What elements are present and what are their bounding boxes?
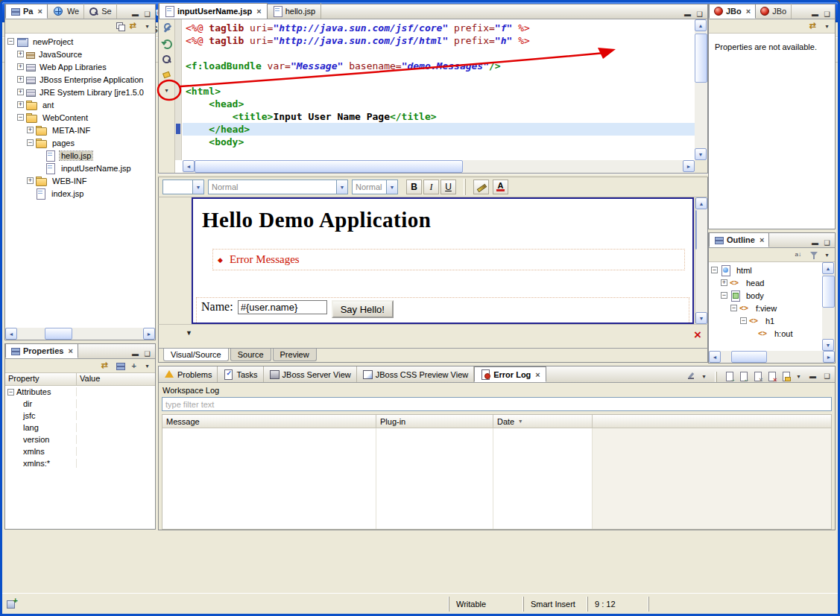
column-header-plug-in[interactable]: Plug-in [376,415,493,428]
chevron-down-icon[interactable]: ▼ [192,180,203,194]
maximize-view-icon[interactable]: ❑ [822,238,832,247]
pin-button[interactable] [685,371,697,382]
scroll-left-button[interactable]: ◄ [183,160,195,172]
say-hello-button[interactable]: Say Hello! [332,300,394,318]
scroll-up-button[interactable]: ▲ [822,262,834,274]
code-line-8[interactable]: <title>Input User Name Page</title> [186,110,692,123]
error-messages-block[interactable]: ◆ Error Messages [212,249,685,270]
tree-expander-icon[interactable]: − [721,292,727,299]
code-area[interactable]: <%@ taglib uri="http://java.sun.com/jsf/… [183,19,695,160]
minimize-view-icon[interactable]: ▬ [808,372,818,381]
tree-expander-icon[interactable]: + [17,89,24,95]
editor-tab-inputusername-jsp[interactable]: inputUserName.jsp× [159,3,268,19]
scroll-down-button[interactable]: ▼ [695,312,707,324]
tree-item-pages[interactable]: −pages [5,136,155,149]
visual-vscrollbar[interactable]: ▲ ▼ [695,197,707,324]
outline-vscrollbar[interactable]: ▲ ▼ [822,262,835,351]
outline-item-html[interactable]: −html [709,264,822,276]
scroll-up-button[interactable]: ▲ [695,197,707,209]
code-line-5[interactable] [186,72,692,85]
view-tab-visual-source[interactable]: Visual/Source [163,349,229,361]
tree-expander-icon[interactable]: − [711,267,718,273]
tree-item-web-inf[interactable]: +WEB-INF [5,174,155,187]
maximize-view-icon[interactable]: ❑ [822,372,832,381]
menu-dropdown-icon[interactable]: ▾ [142,361,152,371]
tree-expander-icon[interactable]: − [730,305,737,311]
show-advanced-button[interactable] [128,361,140,372]
property-row-attributes[interactable]: −Attributes [5,386,155,398]
tab-tasks[interactable]: Tasks [218,366,263,382]
close-icon[interactable]: × [745,7,751,16]
scroll-left-button[interactable]: ◄ [5,328,17,340]
fast-view-icon[interactable] [7,599,18,609]
bold-button[interactable]: B [406,180,422,194]
tab-we[interactable]: We [48,4,84,19]
tree-expander-icon[interactable]: + [17,51,24,57]
editor-hscrollbar[interactable]: ◄ ► [183,160,695,173]
clear-log-button[interactable] [751,371,763,382]
italic-button[interactable]: I [423,180,439,194]
code-line-1[interactable]: <%@ taglib uri="http://java.sun.com/jsf/… [186,22,692,34]
tab-problems[interactable]: Problems [159,366,218,382]
minimize-view-icon[interactable]: ▬ [130,10,140,19]
highlight-color-button[interactable] [473,180,489,194]
tab-jbo[interactable]: JBo× [709,4,756,19]
tab-outline[interactable]: Outline × [709,232,769,247]
property-row-dir[interactable]: dir [5,398,155,410]
maximize-view-icon[interactable]: ❑ [822,10,832,19]
tree-item-jre-system-library-jre1-5-0[interactable]: +JRE System Library [jre1.5.0 [5,86,155,98]
underline-button[interactable]: U [440,180,456,194]
view-tab-preview[interactable]: Preview [273,349,317,361]
font-dropdown[interactable]: Normal ▼ [352,180,398,194]
code-line-6[interactable]: <html> [186,85,692,98]
link-editor-button[interactable] [100,361,112,372]
tree-item-ant[interactable]: +ant [5,98,155,111]
minimize-view-icon[interactable]: ▬ [810,10,820,19]
property-row-version[interactable]: version [5,434,155,445]
bookmark-button[interactable] [161,69,173,80]
font-color-button[interactable] [493,180,508,194]
collapse-all-button[interactable] [114,21,126,32]
outline-item-f-view[interactable]: −f:view [709,302,822,314]
close-icon[interactable]: × [66,346,72,355]
paragraph-dropdown[interactable]: Normal ▼ [208,180,348,194]
maximize-view-icon[interactable]: ❑ [142,349,152,358]
tab-properties[interactable]: Properties × [5,343,78,358]
menu-dropdown-icon[interactable]: ▾ [699,371,709,381]
tab-error-log[interactable]: Error Log× [474,366,546,382]
code-line-10[interactable]: <body> [186,136,692,148]
tree-expander-icon[interactable]: + [17,76,24,83]
close-icon[interactable]: × [758,235,764,244]
code-line-2[interactable]: <%@ taglib uri="http://java.sun.com/jsf/… [186,34,692,47]
menu-dropdown-icon[interactable]: ▾ [822,250,832,260]
editor-tab-hello-jsp[interactable]: hello.jsp [268,3,321,19]
log-table-body[interactable] [162,428,831,529]
scroll-left-button[interactable]: ◄ [709,351,721,363]
tree-item-newproject[interactable]: −newProject [5,35,155,48]
tree-item-index-jsp[interactable]: index.jsp [5,187,155,200]
sort-button[interactable] [794,250,806,261]
menu-dropdown-icon[interactable]: ▾ [794,371,803,381]
tab-jboss-css-preview-view[interactable]: JBoss CSS Preview View [357,366,475,382]
export-log-button[interactable] [723,371,735,382]
scroll-right-button[interactable]: ► [683,160,695,172]
outline-item-h1[interactable]: −h1 [709,314,822,327]
error-close-icon[interactable]: × [694,328,701,341]
tree-item-webcontent[interactable]: −WebContent [5,111,155,124]
close-icon[interactable]: × [255,7,261,16]
column-header-value[interactable]: Value [77,373,155,385]
minimize-view-icon[interactable]: ▬ [683,10,692,19]
filter-button[interactable] [808,250,820,261]
scroll-right-button[interactable]: ► [143,328,155,340]
tree-expander-icon[interactable]: − [27,139,34,146]
collapse-arrow-icon[interactable]: ▼ [186,329,192,337]
link-editor-button[interactable] [128,21,140,32]
column-header-property[interactable]: Property [5,373,77,385]
tree-item-hello-jsp[interactable]: hello.jsp [5,149,155,162]
tree-expander-icon[interactable]: − [7,389,14,396]
tab-pa[interactable]: Pa× [5,4,48,19]
tree-expander-icon[interactable]: − [17,114,24,121]
tree-expander-icon[interactable]: − [740,317,747,324]
chevron-down-icon[interactable]: ▼ [336,180,347,194]
tree-expander-icon[interactable]: + [721,279,727,286]
